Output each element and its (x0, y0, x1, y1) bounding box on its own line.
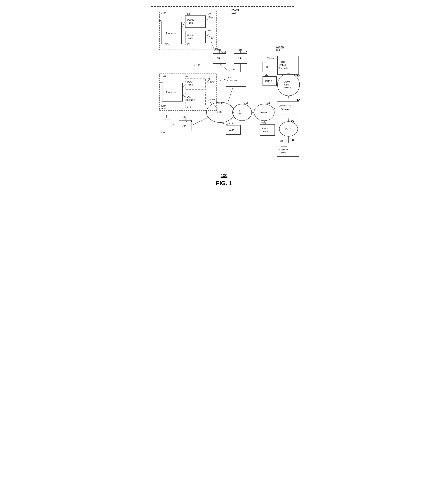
label-lan: LAN (217, 111, 222, 114)
label-128: 128 (158, 20, 161, 23)
svg-line-9 (210, 13, 211, 15)
label-101: 101 (266, 101, 270, 104)
svg-line-79 (274, 108, 277, 109)
svg-line-54 (170, 123, 176, 125)
svg-line-14 (182, 22, 185, 28)
label-landline1: Landline (280, 146, 287, 148)
svg-line-11 (208, 30, 209, 32)
label-pstn: PSTN (285, 127, 291, 130)
label-170: 170 (231, 69, 235, 72)
svg-line-8 (209, 13, 210, 15)
label-138: 138 (297, 74, 301, 77)
network-diagram: WLAN 102 WWAN 104 108 MS Processor 128 W… (141, 4, 307, 173)
svg-line-7 (208, 14, 209, 16)
label-134: 134 (211, 37, 214, 39)
label-wlan-radio1: WLAN (187, 34, 193, 36)
wlan-number: 102 (231, 11, 236, 14)
label-ms-vap: MS/ (161, 105, 166, 107)
svg-line-76 (288, 96, 289, 101)
svg-line-23 (210, 77, 211, 78)
label-112: 112 (222, 50, 226, 53)
svg-line-20 (206, 79, 210, 83)
svg-rect-75 (277, 101, 299, 114)
label-140: 140 (270, 57, 274, 60)
svg-rect-0 (151, 6, 295, 161)
label-162: 162 (265, 73, 268, 76)
label-136: 136 (297, 99, 301, 101)
label-133: 133 (211, 16, 214, 19)
label-lan-interface1: LAN (187, 96, 191, 98)
wwan-number: 104 (276, 48, 280, 51)
label-wag2: Gateway (281, 108, 289, 110)
label-wwan-core2: Core (284, 84, 289, 86)
svg-line-12 (209, 30, 210, 32)
wlan-label: WLAN (231, 8, 239, 11)
label-ap-ctrl2: Controller (227, 79, 237, 82)
label-113: 113 (243, 51, 247, 54)
label-comm-dev2: Device (262, 130, 268, 132)
label-bsc1: Base (280, 61, 285, 63)
svg-line-13 (210, 30, 211, 31)
label-122: 122 (187, 75, 190, 78)
fig-title-text: FIG. 1 (216, 180, 232, 186)
label-vap: VAP (161, 107, 166, 110)
svg-line-53 (166, 115, 168, 116)
label-wwan-radio: WWAN (187, 19, 194, 21)
label-116: 116 (244, 101, 248, 104)
label-wag1: WAN Access (279, 105, 291, 107)
label-radio3: Radio (188, 83, 194, 86)
label-ap1: AP (217, 57, 220, 60)
label-dhcp: DHCP (265, 80, 272, 83)
label-landline3: Device (280, 151, 286, 154)
label-190: 190 (196, 64, 200, 66)
svg-line-6 (207, 16, 210, 20)
svg-line-22 (209, 77, 210, 79)
label-108: 108 (163, 12, 166, 15)
label-120: 120 (158, 81, 162, 84)
svg-line-52 (165, 115, 166, 116)
label-wlan-radio2: WLAN (187, 81, 193, 83)
label-landline2: Telephone (278, 149, 288, 151)
label-processor2: Processor (166, 91, 177, 94)
svg-line-41 (219, 64, 230, 72)
svg-line-74 (277, 81, 278, 82)
svg-line-49 (220, 123, 230, 125)
svg-line-21 (208, 78, 209, 79)
label-ap2: AP (238, 57, 241, 60)
label-142: 142 (291, 119, 294, 122)
label-ip-pbx1: IP (239, 109, 241, 112)
label-lan-interface2: Interface (186, 99, 195, 101)
label-195: 195 (211, 98, 215, 101)
label-110: 110 (218, 102, 222, 104)
label-132: 132 (187, 43, 190, 46)
label-ap-ctrl1: AP (228, 76, 231, 79)
svg-line-55 (170, 125, 176, 127)
svg-rect-80 (260, 124, 275, 135)
fig-num-text: 100 (221, 173, 228, 178)
label-ip-pbx2: PBX (238, 112, 243, 115)
svg-line-45 (228, 87, 233, 103)
label-118: 118 (229, 122, 233, 125)
label-wwan-core3: Network (284, 87, 291, 89)
label-bsc3: Controller (279, 67, 289, 69)
svg-line-25 (182, 84, 185, 89)
label-bs: BS (266, 66, 270, 69)
wwan-label: WWAN (276, 46, 284, 48)
label-146: 146 (280, 140, 283, 143)
label-internet: Internet (260, 111, 267, 114)
label-wwan-core1: WWAN (284, 81, 291, 83)
svg-line-26 (182, 94, 185, 98)
svg-line-15 (182, 33, 185, 37)
svg-line-10 (207, 32, 210, 36)
page-container: WLAN 102 WWAN 104 108 MS Processor 128 W… (141, 4, 307, 189)
svg-line-83 (288, 114, 289, 122)
figure-title: FIG. 1 (141, 180, 307, 189)
label-124: 124 (187, 106, 191, 109)
label-ap3: AP (182, 124, 186, 127)
svg-line-62 (192, 117, 209, 125)
label-114: 114 (188, 120, 192, 123)
label-radio1: Radio (188, 22, 194, 24)
label-144: 144 (290, 139, 294, 142)
label-processor1: Processor (166, 32, 177, 35)
label-180: 180 (263, 121, 266, 124)
